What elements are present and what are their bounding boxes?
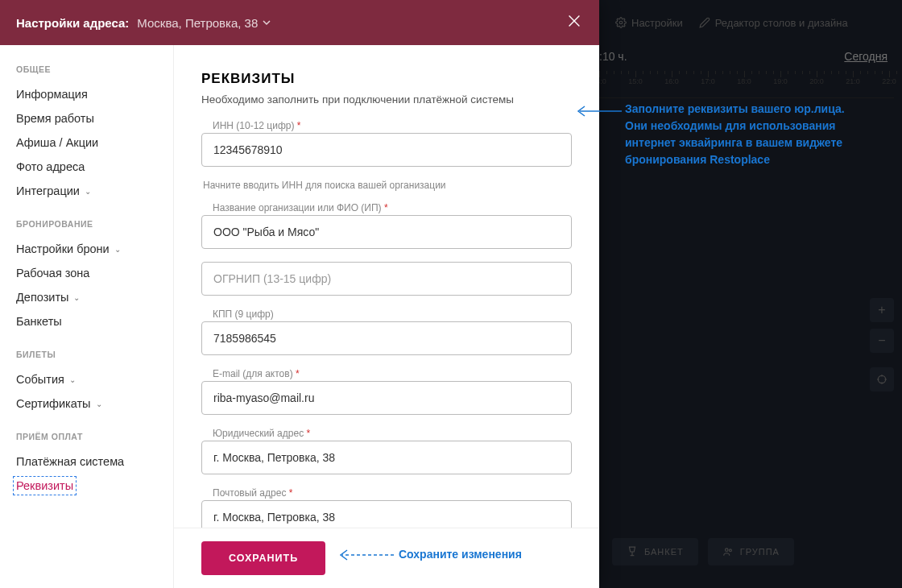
sidebar-item-label: Депозиты	[16, 291, 68, 304]
chevron-down-icon: ⌄	[73, 293, 80, 302]
sidebar-item-label: Время работы	[16, 112, 94, 125]
panel-title: Настройки адреса:	[16, 16, 129, 30]
ogrnip-input[interactable]	[201, 262, 572, 296]
email-input[interactable]	[201, 381, 572, 415]
post-addr-label: Почтовый адрес *	[201, 487, 572, 499]
sidebar-item-label: Интеграции	[16, 184, 80, 197]
sidebar-group-label: ОБЩЕЕ	[0, 64, 173, 74]
sidebar-item[interactable]: Фото адреса	[0, 155, 173, 179]
sidebar-item-label: Афиша / Акции	[16, 136, 98, 149]
inn-label: ИНН (10-12 цифр) *	[201, 120, 572, 131]
close-icon	[565, 12, 583, 30]
sidebar-item-label: Рабочая зона	[16, 267, 89, 280]
sidebar-item[interactable]: Сертификаты⌄	[0, 391, 173, 416]
page-subtitle: Необходимо заполнить при подключении пла…	[201, 93, 572, 106]
sidebar-item[interactable]: События⌄	[0, 367, 173, 391]
settings-panel: Настройки адреса: Москва, Петровка, 38 О…	[0, 0, 599, 588]
address-selector[interactable]: Москва, Петровка, 38	[137, 16, 271, 30]
sidebar-item-label: Фото адреса	[16, 160, 85, 173]
kpp-input[interactable]	[201, 321, 572, 355]
sidebar-group-label: ПРИЁМ ОПЛАТ	[0, 432, 173, 441]
chevron-down-icon: ⌄	[69, 375, 76, 384]
sidebar-item[interactable]: Рабочая зона	[0, 261, 173, 285]
sidebar-item-label: Платёжная система	[16, 455, 124, 468]
sidebar-item-label: Реквизиты	[16, 479, 73, 492]
email-label: E-mail (для актов) *	[201, 368, 572, 379]
panel-footer: СОХРАНИТЬ	[174, 528, 599, 588]
sidebar-item-label: События	[16, 373, 64, 386]
save-button[interactable]: СОХРАНИТЬ	[201, 541, 325, 575]
legal-addr-label: Юридический адрес *	[201, 428, 572, 439]
sidebar-item[interactable]: Время работы	[0, 106, 173, 130]
content-area: РЕКВИЗИТЫ Необходимо заполнить при подкл…	[174, 45, 599, 588]
sidebar-item[interactable]: Депозиты⌄	[0, 285, 173, 309]
panel-header: Настройки адреса: Москва, Петровка, 38	[0, 0, 599, 45]
sidebar-item-label: Настройки брони	[16, 242, 110, 255]
sidebar: ОБЩЕЕИнформацияВремя работыАфиша / Акции…	[0, 45, 174, 588]
sidebar-item[interactable]: Банкеты	[0, 309, 173, 333]
sidebar-item[interactable]: Афиша / Акции	[0, 130, 173, 155]
sidebar-item[interactable]: Информация	[0, 82, 173, 106]
sidebar-item-label: Сертификаты	[16, 397, 91, 410]
chevron-down-icon: ⌄	[114, 245, 121, 254]
sidebar-item[interactable]: Платёжная система	[0, 449, 173, 474]
page-heading: РЕКВИЗИТЫ	[201, 71, 572, 87]
legal-addr-input[interactable]	[201, 441, 572, 474]
sidebar-group-label: БИЛЕТЫ	[0, 350, 173, 359]
post-addr-input[interactable]	[201, 500, 572, 528]
sidebar-group-label: БРОНИРОВАНИЕ	[0, 219, 173, 229]
sidebar-item-label: Банкеты	[16, 315, 62, 328]
sidebar-item-label: Информация	[16, 88, 88, 101]
kpp-label: КПП (9 цифр)	[201, 308, 572, 320]
sidebar-item[interactable]: Настройки брони⌄	[0, 237, 173, 261]
sidebar-item[interactable]: Интеграции⌄	[0, 179, 173, 203]
org-input[interactable]	[201, 215, 572, 249]
inn-input[interactable]	[201, 133, 572, 167]
chevron-down-icon: ⌄	[85, 187, 91, 196]
inn-helper: Начните вводить ИНН для поиска вашей орг…	[201, 180, 572, 191]
org-label: Название организации или ФИО (ИП) *	[201, 202, 572, 213]
close-button[interactable]	[565, 12, 583, 33]
sidebar-item[interactable]: Реквизиты	[0, 474, 173, 498]
chevron-down-icon	[263, 19, 271, 27]
chevron-down-icon: ⌄	[96, 400, 102, 408]
